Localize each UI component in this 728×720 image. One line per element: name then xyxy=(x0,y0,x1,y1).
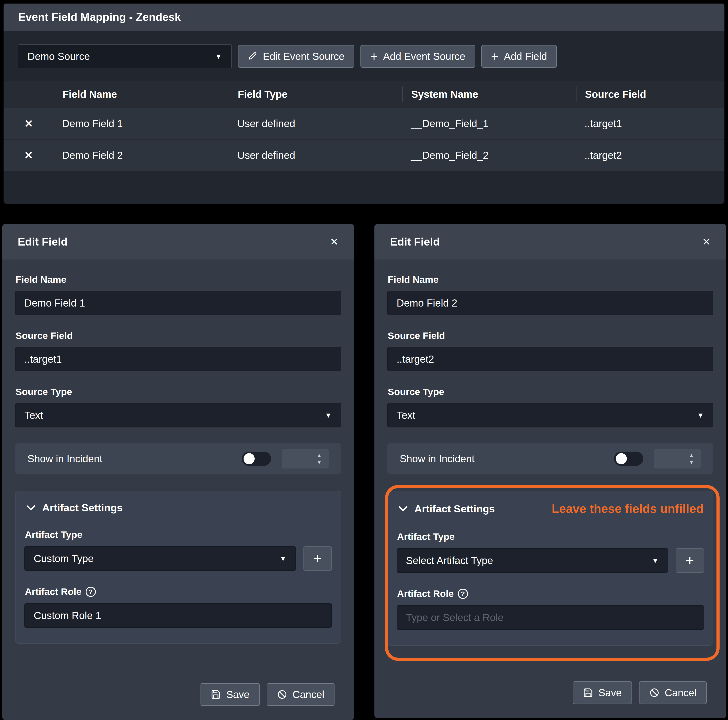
show-in-incident-toggle[interactable] xyxy=(242,452,271,466)
cancel-button[interactable]: Cancel xyxy=(267,683,335,706)
stepper-up-icon: ▲ xyxy=(316,452,322,458)
window-title: Event Field Mapping - Zendesk xyxy=(18,11,181,23)
chevron-down-icon: ▼ xyxy=(215,52,222,61)
cell-field-name: Demo Field 1 xyxy=(54,118,229,130)
cancel-label: Cancel xyxy=(292,688,324,700)
table-header-field-name: Field Name xyxy=(54,87,229,102)
toggle-knob xyxy=(616,453,627,464)
edit-field-dialog-1: Edit Field ✕ Field Name Source Field Sou… xyxy=(2,224,354,720)
artifact-settings-header[interactable]: Artifact Settings Leave these fields unf… xyxy=(393,501,707,516)
artifact-role-label: Artifact Role ? xyxy=(25,586,335,597)
artifact-role-label: Artifact Role ? xyxy=(397,588,707,599)
chevron-down-icon: ▼ xyxy=(652,556,659,565)
source-type-value: Text xyxy=(24,409,43,421)
incident-order-stepper[interactable]: ▲ ▼ xyxy=(654,449,701,468)
dialog-title: Edit Field xyxy=(390,235,440,248)
annotation-text: Leave these fields unfilled xyxy=(552,501,707,516)
artifact-type-label: Artifact Type xyxy=(397,531,707,542)
artifact-type-row: Custom Type ▼ + xyxy=(21,546,335,571)
table-header-actions xyxy=(3,87,54,102)
dialog-titlebar: Edit Field ✕ xyxy=(375,224,726,260)
artifact-role-row xyxy=(393,605,707,630)
chevron-down-icon: ▼ xyxy=(325,411,332,419)
cancel-icon xyxy=(277,689,287,700)
delete-row-icon[interactable]: ✕ xyxy=(24,117,33,130)
artifact-type-dropdown[interactable]: Select Artifact Type ▼ xyxy=(397,548,668,573)
cell-field-type: User defined xyxy=(229,149,402,161)
save-label: Save xyxy=(598,687,622,699)
show-in-incident-toggle[interactable] xyxy=(614,452,643,466)
stepper-arrows-icon: ▲ ▼ xyxy=(316,452,322,465)
add-event-source-button[interactable]: + Add Event Source xyxy=(361,45,475,68)
artifact-type-dropdown[interactable]: Custom Type ▼ xyxy=(24,546,296,571)
field-name-input[interactable] xyxy=(15,291,341,315)
artifact-settings-label: Artifact Settings xyxy=(42,501,123,514)
field-name-label: Field Name xyxy=(15,274,341,285)
artifact-type-value: Custom Type xyxy=(34,553,93,564)
dialog-actions: Save Cancel xyxy=(573,682,707,704)
artifact-type-row: Select Artifact Type ▼ + xyxy=(393,548,707,573)
stepper-down-icon: ▼ xyxy=(688,459,694,465)
stepper-arrows-icon: ▲ ▼ xyxy=(688,452,694,465)
plus-icon: + xyxy=(491,50,499,63)
table-row: ✕ Demo Field 2 User defined __Demo_Field… xyxy=(3,139,725,171)
artifact-settings-panel: Artifact Settings Artifact Type Custom T… xyxy=(15,491,341,644)
artifact-role-label-text: Artifact Role xyxy=(397,588,454,599)
source-type-label: Source Type xyxy=(388,387,713,397)
save-icon xyxy=(211,689,221,700)
artifact-settings-header[interactable]: Artifact Settings xyxy=(21,501,335,514)
add-artifact-type-button[interactable]: + xyxy=(676,548,704,573)
save-label: Save xyxy=(226,688,249,700)
stepper-up-icon: ▲ xyxy=(688,452,694,458)
artifact-role-row xyxy=(21,603,335,628)
chevron-down-icon: ▼ xyxy=(280,555,287,563)
dialog-titlebar: Edit Field ✕ xyxy=(2,224,354,260)
plus-icon: + xyxy=(370,50,378,63)
save-button[interactable]: Save xyxy=(573,682,632,704)
table-header-row: Field Name Field Type System Name Source… xyxy=(3,81,725,108)
table-row: ✕ Demo Field 1 User defined __Demo_Field… xyxy=(3,108,725,139)
artifact-type-value: Select Artifact Type xyxy=(406,555,493,567)
event-source-dropdown[interactable]: Demo Source ▼ xyxy=(18,44,232,68)
source-type-label: Source Type xyxy=(15,387,341,397)
cancel-button[interactable]: Cancel xyxy=(639,682,707,704)
cell-system-name: __Demo_Field_2 xyxy=(402,149,576,161)
source-type-dropdown[interactable]: Text ▼ xyxy=(15,403,341,427)
cell-system-name: __Demo_Field_1 xyxy=(402,118,576,130)
artifact-role-input[interactable] xyxy=(24,603,332,628)
dialog-body: Field Name Source Field Source Type Text… xyxy=(375,260,726,646)
save-button[interactable]: Save xyxy=(200,683,260,706)
toolbar: Demo Source ▼ Edit Event Source + Add Ev… xyxy=(18,44,710,68)
delete-row-icon[interactable]: ✕ xyxy=(24,149,33,162)
add-artifact-type-button[interactable]: + xyxy=(303,546,332,571)
cancel-icon xyxy=(649,688,659,698)
incident-order-stepper[interactable]: ▲ ▼ xyxy=(282,449,329,468)
field-name-input[interactable] xyxy=(387,291,713,315)
close-icon[interactable]: ✕ xyxy=(330,236,338,248)
help-icon[interactable]: ? xyxy=(86,587,96,597)
close-icon[interactable]: ✕ xyxy=(702,236,711,248)
source-type-value: Text xyxy=(397,409,415,421)
source-field-input[interactable] xyxy=(387,347,713,371)
source-type-dropdown[interactable]: Text ▼ xyxy=(387,403,713,427)
event-source-dropdown-value: Demo Source xyxy=(28,50,90,62)
source-field-input[interactable] xyxy=(15,347,341,371)
table-header-system-name: System Name xyxy=(402,87,576,102)
artifact-settings-panel: Artifact Settings Leave these fields unf… xyxy=(387,491,713,646)
dialog-actions: Save Cancel xyxy=(200,683,335,706)
edit-event-source-button[interactable]: Edit Event Source xyxy=(238,45,354,68)
save-icon xyxy=(583,688,593,698)
dialog-body: Field Name Source Field Source Type Text… xyxy=(2,260,354,644)
add-event-source-label: Add Event Source xyxy=(383,50,465,62)
field-mapping-table: Field Name Field Type System Name Source… xyxy=(3,81,725,171)
artifact-role-input[interactable] xyxy=(397,605,704,630)
window-titlebar: Event Field Mapping - Zendesk xyxy=(3,3,725,31)
artifact-settings-label: Artifact Settings xyxy=(414,503,495,515)
source-field-label: Source Field xyxy=(15,330,341,341)
show-in-incident-label: Show in Incident xyxy=(400,453,475,465)
stepper-down-icon: ▼ xyxy=(316,459,322,465)
help-icon[interactable]: ? xyxy=(458,589,468,599)
pencil-icon xyxy=(248,52,257,61)
add-field-button[interactable]: + Add Field xyxy=(481,45,557,68)
cell-source-field: ..target1 xyxy=(576,118,725,130)
